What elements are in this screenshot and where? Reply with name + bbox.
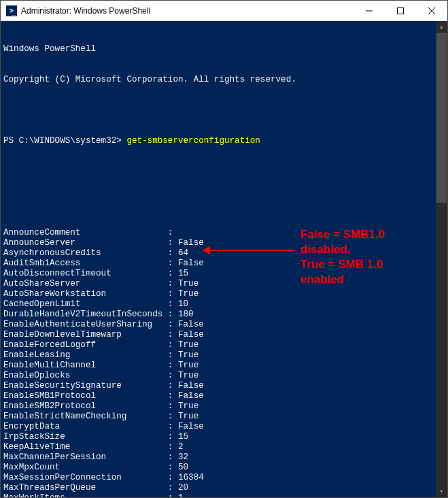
config-row: EnableLeasing : True bbox=[3, 350, 445, 361]
config-row: EnableSMB2Protocol : True bbox=[3, 401, 445, 412]
blank-line bbox=[3, 167, 445, 177]
blank-line bbox=[3, 197, 445, 208]
close-button[interactable] bbox=[416, 1, 447, 20]
config-row: MaxThreadsPerQueue : 20 bbox=[3, 483, 445, 493]
window-controls bbox=[354, 1, 447, 20]
annotation-line-1: False = SMB1.0 bbox=[300, 227, 385, 242]
config-row: CachedOpenLimit : 10 bbox=[3, 299, 445, 310]
config-row: EnableSMB1Protocol : False bbox=[3, 391, 445, 401]
powershell-icon bbox=[6, 5, 17, 16]
config-row: MaxChannelPerSession : 32 bbox=[3, 452, 445, 463]
powershell-window: Administrator: Windows PowerShell Window… bbox=[0, 0, 448, 498]
blank-line bbox=[3, 105, 445, 116]
scrollbar[interactable]: ▲ ▼ bbox=[436, 21, 447, 497]
config-row: EnableMultiChannel : True bbox=[3, 361, 445, 371]
annotation-line-2: disabled. bbox=[300, 242, 385, 257]
config-row: MaxSessionPerConnection : 16384 bbox=[3, 473, 445, 483]
svg-rect-1 bbox=[398, 7, 404, 14]
maximize-icon bbox=[397, 7, 404, 14]
config-row: EnableDownlevelTimewarp : False bbox=[3, 330, 445, 340]
command-line: PS C:\WINDOWS\system32> get-smbservercon… bbox=[3, 136, 445, 146]
config-row: EnableForcedLogoff : True bbox=[3, 340, 445, 350]
config-row: KeepAliveTime : 2 bbox=[3, 442, 445, 452]
maximize-button[interactable] bbox=[385, 1, 416, 20]
minimize-icon bbox=[366, 7, 373, 14]
config-row: EnableOplocks : True bbox=[3, 371, 445, 381]
titlebar[interactable]: Administrator: Windows PowerShell bbox=[1, 1, 447, 21]
config-row: MaxWorkItems : 1 bbox=[3, 493, 445, 497]
close-icon bbox=[428, 7, 435, 14]
scroll-down-button[interactable]: ▼ bbox=[436, 486, 447, 497]
scrollbar-thumb[interactable] bbox=[436, 33, 447, 203]
header-line-2: Copyright (C) Microsoft Corporation. All… bbox=[3, 75, 445, 85]
scroll-up-button[interactable]: ▲ bbox=[436, 21, 447, 33]
config-row: EncryptData : False bbox=[3, 422, 445, 432]
config-row: IrpStackSize : 15 bbox=[3, 432, 445, 442]
annotation-line-3: True = SMB 1.0 bbox=[300, 257, 385, 272]
config-row: DurableHandleV2TimeoutInSeconds : 180 bbox=[3, 310, 445, 320]
config-row: MaxMpxCount : 50 bbox=[3, 463, 445, 473]
prompt: PS C:\WINDOWS\system32> bbox=[3, 136, 122, 146]
command-input: get-smbserverconfiguration bbox=[126, 136, 260, 146]
header-line-1: Windows PowerShell bbox=[3, 44, 445, 54]
window-title: Administrator: Windows PowerShell bbox=[21, 6, 354, 16]
config-row: EnableSecuritySignature : False bbox=[3, 381, 445, 391]
annotation-text: False = SMB1.0 disabled. True = SMB 1.0 … bbox=[300, 227, 385, 287]
minimize-button[interactable] bbox=[354, 1, 385, 20]
config-row: EnableAuthenticateUserSharing : False bbox=[3, 320, 445, 330]
config-row: EnableStrictNameChecking : True bbox=[3, 412, 445, 422]
config-row: AutoShareWorkstation : True bbox=[3, 289, 445, 299]
annotation-line-4: enabled bbox=[300, 272, 385, 287]
